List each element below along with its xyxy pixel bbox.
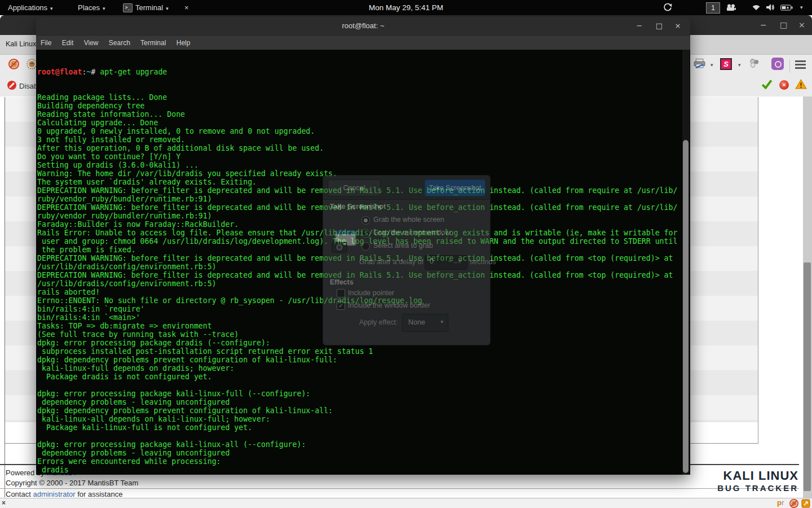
toolbar-separator: [789, 59, 790, 73]
screenshot-dialog: Cancel Take Screenshot Take Screenshot G…: [323, 175, 491, 345]
radio-select-area-label: Select area to grab: [373, 242, 433, 249]
statusbar-edit-icon[interactable]: [801, 499, 810, 508]
statusbar-close-icon[interactable]: ×: [2, 499, 6, 507]
browser-statusbar: × pr: [0, 498, 812, 508]
script-blocker-icon[interactable]: S: [720, 58, 732, 70]
radio-current-window-label: Grab the current window: [373, 229, 450, 237]
menu-hamburger-icon[interactable]: [795, 60, 806, 69]
include-window-border-label: Include the window border: [348, 301, 430, 309]
take-screenshot-button[interactable]: Take Screenshot: [425, 179, 486, 196]
terminal-scrollbar-thumb[interactable]: [683, 140, 689, 473]
effects-section-title: Effects: [330, 278, 354, 286]
panel-close-window-icon[interactable]: ×: [184, 0, 189, 15]
seconds-label: seconds: [470, 258, 496, 266]
places-menu[interactable]: Places▾: [78, 0, 105, 15]
radio-select-area[interactable]: [361, 242, 370, 251]
include-pointer-label: Include pointer: [348, 289, 394, 297]
terminal-minimize-button[interactable]: −: [635, 17, 644, 35]
print-dropdown-icon[interactable]: ▾: [710, 62, 713, 68]
table-left-border: [5, 97, 5, 497]
apply-effect-value: None: [408, 318, 425, 326]
spinner-plus-icon[interactable]: +: [458, 257, 462, 265]
battery-icon[interactable]: [780, 4, 793, 13]
terminal-prompt-line: root@float:~# apt-get upgrade: [37, 68, 686, 76]
radio-current-window[interactable]: [361, 229, 370, 238]
cookie-blocker-icon[interactable]: [8, 59, 19, 72]
menu-help[interactable]: Help: [176, 39, 191, 47]
refresh-icon[interactable]: [663, 3, 672, 14]
browser-close-button[interactable]: ×: [798, 15, 805, 35]
delay-label: Grab after a delay of: [359, 258, 423, 266]
menu-search[interactable]: Search: [109, 39, 130, 47]
disable-menu-icon[interactable]: [7, 80, 17, 93]
print-icon[interactable]: [694, 59, 705, 71]
warning-icon[interactable]: [795, 79, 807, 91]
terminal-menubar: File Edit View Search Terminal Help: [36, 35, 690, 50]
terminal-close-button[interactable]: ×: [673, 17, 682, 35]
contact-text: Contact administrator for assistance: [6, 490, 122, 498]
delay-spinner[interactable]: 0 − +: [425, 255, 467, 270]
privacy-extension-icon[interactable]: [771, 58, 784, 70]
copyright-text: Copyright © 2000 - 2017 MantisBT Team: [6, 479, 138, 487]
spinner-minus-icon[interactable]: −: [448, 257, 452, 265]
applications-menu[interactable]: Applications▾: [8, 0, 53, 15]
gnome-top-panel: Applications▾ Places▾ >_ Terminal▾ × Mon…: [0, 0, 812, 15]
delay-value[interactable]: 0: [430, 257, 434, 265]
screenshot-dialog-title: Take Screenshot: [330, 203, 386, 211]
menu-edit[interactable]: Edit: [62, 39, 74, 47]
apply-effect-label: Apply effect:: [359, 318, 398, 326]
check-icon[interactable]: [761, 79, 773, 91]
cancel-button[interactable]: Cancel: [328, 179, 381, 196]
chevron-down-icon: ▾: [103, 6, 105, 11]
menu-terminal[interactable]: Terminal: [140, 39, 166, 47]
terminal-titlebar[interactable]: root@float: ~ − □ ×: [36, 17, 690, 35]
chevron-down-icon: ▾: [50, 6, 53, 11]
menu-view[interactable]: View: [84, 39, 99, 47]
include-window-border-checkbox[interactable]: ✓: [337, 301, 345, 310]
desktop: − □ × Kali Linux Bug Tracker Disable ▾ S…: [0, 0, 812, 508]
terminal-app-icon: >_: [123, 3, 133, 12]
terminal-command: apt-get upgrade: [100, 68, 167, 76]
statusbar-partial-text: pr: [777, 498, 784, 507]
browser-scrollbar-thumb[interactable]: [804, 262, 811, 491]
script-blocker-dropdown-icon[interactable]: ▾: [738, 62, 741, 68]
volume-icon[interactable]: [766, 3, 775, 13]
terminal-maximize-button[interactable]: □: [655, 17, 664, 35]
wifi-icon[interactable]: [752, 4, 761, 12]
system-menu-chevron-icon[interactable]: ▾: [800, 0, 803, 15]
menu-file[interactable]: File: [41, 39, 51, 47]
apply-effect-dropdown[interactable]: None ▾: [402, 314, 448, 332]
include-pointer-checkbox[interactable]: [337, 289, 345, 297]
dropdown-arrow-icon: ▾: [440, 319, 443, 325]
panel-clock[interactable]: Mon May 29, 5:41 PM: [369, 0, 443, 15]
camera-icon[interactable]: [726, 4, 736, 13]
workspace-indicator[interactable]: 1: [706, 2, 720, 14]
browser-minimize-button[interactable]: −: [760, 15, 767, 35]
radio-whole-screen[interactable]: [361, 216, 370, 225]
error-icon[interactable]: ×: [779, 80, 789, 90]
terminal-title: root@float: ~: [36, 17, 690, 35]
browser-maximize-button[interactable]: □: [780, 15, 787, 35]
browser-tab[interactable]: Kali Linux Bug Tracker: [6, 40, 36, 49]
administrator-link[interactable]: administrator: [33, 490, 75, 498]
proxy-circles-icon[interactable]: [749, 58, 760, 71]
radio-whole-screen-label: Grab the whole screen: [373, 216, 444, 224]
chevron-down-icon: ▾: [166, 6, 169, 11]
screenshot-app-icon: [331, 230, 357, 256]
browser-scrollbar[interactable]: [803, 97, 812, 498]
statusbar-cookie-icon[interactable]: [789, 499, 798, 508]
terminal-appmenu[interactable]: Terminal▾: [135, 0, 169, 15]
